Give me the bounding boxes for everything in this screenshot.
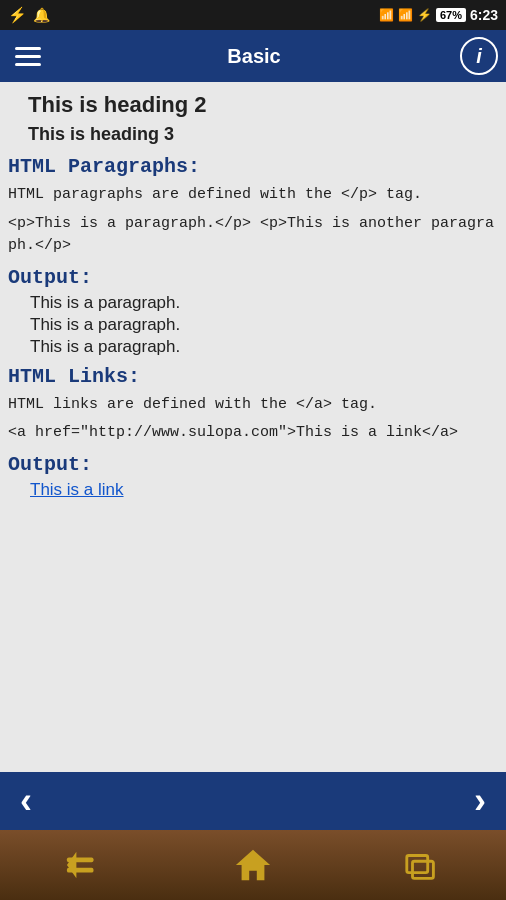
heading-2: This is heading 2 bbox=[8, 92, 498, 118]
svg-rect-4 bbox=[406, 856, 427, 873]
windows-icon bbox=[403, 846, 441, 884]
time-display: 6:23 bbox=[470, 7, 498, 23]
link-output[interactable]: This is a link bbox=[8, 480, 498, 500]
status-left-icons: ⚡ 🔔 bbox=[8, 6, 50, 24]
back-toolbar-button[interactable] bbox=[65, 846, 103, 884]
paragraph-output-3: This is a paragraph. bbox=[8, 337, 498, 357]
content-area[interactable]: This is heading 2 This is heading 3 HTML… bbox=[0, 82, 506, 772]
nav-bar: Basic i bbox=[0, 30, 506, 82]
paragraphs-title: HTML Paragraphs: bbox=[8, 155, 498, 178]
links-title: HTML Links: bbox=[8, 365, 498, 388]
wifi-icon: 📶 bbox=[379, 8, 394, 22]
signal-icon: 📶 bbox=[398, 8, 413, 22]
bottom-toolbar bbox=[0, 830, 506, 900]
notification-icon: 🔔 bbox=[33, 7, 50, 23]
output-label-1: Output: bbox=[8, 266, 498, 289]
svg-marker-3 bbox=[236, 850, 270, 880]
menu-line-1 bbox=[15, 47, 41, 50]
back-icon bbox=[65, 846, 103, 884]
usb-icon: ⚡ bbox=[8, 6, 27, 24]
menu-line-3 bbox=[15, 63, 41, 66]
info-button[interactable]: i bbox=[460, 37, 498, 75]
windows-toolbar-button[interactable] bbox=[403, 846, 441, 884]
links-code: <a href="http://www.sulopa.com">This is … bbox=[8, 422, 498, 445]
home-icon bbox=[234, 846, 272, 884]
page-title: Basic bbox=[227, 45, 280, 68]
menu-line-2 bbox=[15, 55, 41, 58]
heading-3: This is heading 3 bbox=[8, 124, 498, 145]
svg-rect-5 bbox=[412, 861, 433, 878]
status-right-icons: 📶 📶 ⚡ 67% 6:23 bbox=[379, 7, 498, 23]
charging-icon: ⚡ bbox=[417, 8, 432, 22]
links-desc: HTML links are defined with the </a> tag… bbox=[8, 394, 498, 417]
paragraphs-code: <p>This is a paragraph.</p> <p>This is a… bbox=[8, 213, 498, 258]
paragraph-output-2: This is a paragraph. bbox=[8, 315, 498, 335]
svg-marker-2 bbox=[67, 852, 77, 879]
battery-level: 67% bbox=[436, 8, 466, 22]
output-label-2: Output: bbox=[8, 453, 498, 476]
paragraphs-desc: HTML paragraphs are defined with the </p… bbox=[8, 184, 498, 207]
menu-button[interactable] bbox=[8, 36, 48, 76]
bottom-nav: ‹ › bbox=[0, 772, 506, 830]
next-button[interactable]: › bbox=[474, 783, 486, 819]
paragraph-output-1: This is a paragraph. bbox=[8, 293, 498, 313]
prev-button[interactable]: ‹ bbox=[20, 783, 32, 819]
status-bar: ⚡ 🔔 📶 📶 ⚡ 67% 6:23 bbox=[0, 0, 506, 30]
home-toolbar-button[interactable] bbox=[234, 846, 272, 884]
